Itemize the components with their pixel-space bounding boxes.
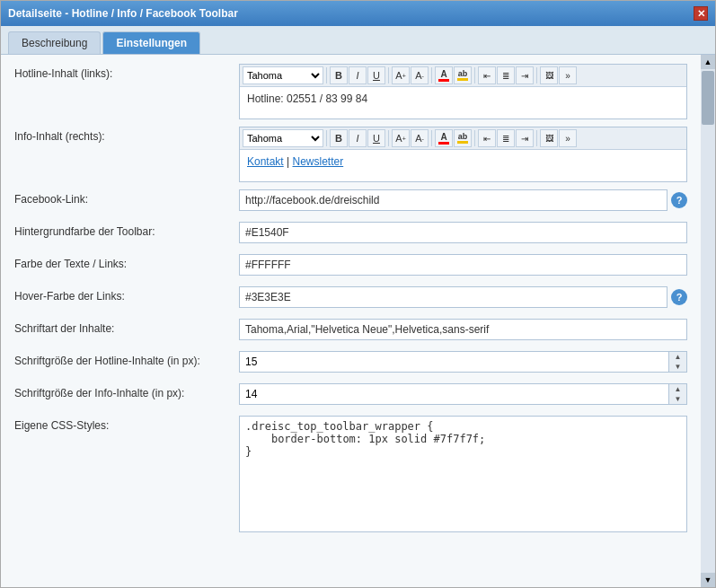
scrollbar-up-btn[interactable]: ▲ xyxy=(701,55,715,69)
info-size-row: Schriftgröße der Info-Inhalte (in px): ▲… xyxy=(14,383,687,408)
info-size-up-btn[interactable]: ▲ xyxy=(669,384,686,394)
info-toolbar-sep-4 xyxy=(474,130,475,146)
info-label: Info-Inhalt (rechts): xyxy=(14,127,239,143)
info-editor-wrap: Tahoma B I U A+ A- A xyxy=(239,127,687,182)
info-more-btn[interactable]: » xyxy=(559,129,577,147)
info-link-newsletter[interactable]: Newsletter xyxy=(293,155,344,168)
info-align-right-btn[interactable]: ⇥ xyxy=(516,129,534,147)
bg-color-label: Hintergrundfarbe der Toolbar: xyxy=(14,222,239,238)
hotline-font-smaller-btn[interactable]: A- xyxy=(411,66,429,84)
info-size-input[interactable] xyxy=(239,383,669,405)
info-underline-btn[interactable]: U xyxy=(367,129,385,147)
hotline-highlight-btn[interactable]: ab xyxy=(454,66,472,84)
bg-color-input[interactable] xyxy=(239,222,687,243)
info-size-spinner-btns: ▲ ▼ xyxy=(669,383,687,405)
facebook-label: Facebook-Link: xyxy=(14,189,239,206)
toolbar-sep-1 xyxy=(326,67,327,83)
tab-bar: Beschreibung Einstellungen xyxy=(1,26,715,55)
info-font-select[interactable]: Tahoma xyxy=(243,129,323,147)
hotline-more-btn[interactable]: » xyxy=(559,66,577,84)
info-align-left-btn[interactable]: ⇤ xyxy=(478,129,496,147)
hotline-font-select[interactable]: Tahoma xyxy=(243,66,323,84)
hotline-bold-btn[interactable]: B xyxy=(330,66,348,84)
tab-beschreibung[interactable]: Beschreibung xyxy=(8,31,101,54)
info-highlight-btn[interactable]: ab xyxy=(454,129,472,147)
info-content[interactable]: Kontakt | Newsletter xyxy=(240,150,686,181)
font-family-input[interactable] xyxy=(239,319,687,340)
toolbar-sep-5 xyxy=(536,67,537,83)
hotline-italic-btn[interactable]: I xyxy=(349,66,367,84)
css-label: Eigene CSS-Styles: xyxy=(14,416,239,432)
info-size-control: ▲ ▼ xyxy=(239,383,687,405)
hotline-align-center-btn[interactable]: ≣ xyxy=(497,66,515,84)
info-toolbar-sep-3 xyxy=(431,130,432,146)
info-toolbar-sep-1 xyxy=(326,130,327,146)
info-size-down-btn[interactable]: ▼ xyxy=(669,394,686,404)
facebook-input[interactable] xyxy=(239,189,667,211)
hotline-row: Hotline-Inhalt (links): Tahoma B I U xyxy=(14,64,687,119)
facebook-row: Facebook-Link: ? xyxy=(14,189,687,215)
hotline-underline-btn[interactable]: U xyxy=(367,66,385,84)
font-family-control xyxy=(239,319,687,340)
css-control: .dreisc_top_toolbar_wrapper { border-bot… xyxy=(239,416,687,532)
text-color-row: Farbe der Texte / Links: xyxy=(14,254,687,279)
hotline-size-down-btn[interactable]: ▼ xyxy=(669,362,686,372)
hotline-editor-wrap: Tahoma B I U A+ A- A xyxy=(239,64,687,119)
facebook-control: ? xyxy=(239,189,687,211)
hotline-align-left-btn[interactable]: ⇤ xyxy=(478,66,496,84)
info-editor: Tahoma B I U A+ A- A xyxy=(239,127,687,182)
text-color-input[interactable] xyxy=(239,254,687,276)
toolbar-sep-4 xyxy=(474,67,475,83)
facebook-help-icon[interactable]: ? xyxy=(671,192,687,208)
info-toolbar-sep-2 xyxy=(388,130,389,146)
hotline-editor: Tahoma B I U A+ A- A xyxy=(239,64,687,119)
info-link-kontakt[interactable]: Kontakt xyxy=(247,155,284,168)
hotline-size-up-btn[interactable]: ▲ xyxy=(669,352,686,362)
hotline-label: Hotline-Inhalt (links): xyxy=(14,64,239,80)
info-font-bigger-btn[interactable]: A+ xyxy=(392,129,410,147)
info-color-btn[interactable]: A xyxy=(435,129,453,147)
hotline-size-label: Schriftgröße der Hotline-Inhalte (in px)… xyxy=(14,351,239,367)
hotline-size-input[interactable] xyxy=(239,351,669,373)
info-row: Info-Inhalt (rechts): Tahoma B I U xyxy=(14,127,687,182)
info-italic-btn[interactable]: I xyxy=(349,129,367,147)
info-toolbar: Tahoma B I U A+ A- A xyxy=(240,127,686,150)
tab-einstellungen[interactable]: Einstellungen xyxy=(102,31,200,54)
info-toolbar-sep-5 xyxy=(536,130,537,146)
info-align-center-btn[interactable]: ≣ xyxy=(497,129,515,147)
main-panel: Hotline-Inhalt (links): Tahoma B I U xyxy=(1,55,701,587)
bg-color-row: Hintergrundfarbe der Toolbar: xyxy=(14,222,687,247)
hover-color-control: ? xyxy=(239,286,687,308)
toolbar-sep-2 xyxy=(388,67,389,83)
font-family-label: Schriftart der Inhalte: xyxy=(14,319,239,335)
hover-color-help-icon[interactable]: ? xyxy=(671,289,687,305)
scrollbar-down-btn[interactable]: ▼ xyxy=(701,573,715,587)
hotline-align-right-btn[interactable]: ⇥ xyxy=(516,66,534,84)
hotline-font-bigger-btn[interactable]: A+ xyxy=(392,66,410,84)
text-color-control xyxy=(239,254,687,276)
hotline-image-btn[interactable]: 🖼 xyxy=(540,66,558,84)
info-bold-btn[interactable]: B xyxy=(330,129,348,147)
info-image-btn[interactable]: 🖼 xyxy=(540,129,558,147)
bg-color-control xyxy=(239,222,687,243)
css-textarea[interactable]: .dreisc_top_toolbar_wrapper { border-bot… xyxy=(239,416,687,532)
info-font-smaller-btn[interactable]: A- xyxy=(411,129,429,147)
hotline-size-spinner-btns: ▲ ▼ xyxy=(669,351,687,373)
toolbar-sep-3 xyxy=(431,67,432,83)
hover-color-row: Hover-Farbe der Links: ? xyxy=(14,286,687,312)
scrollbar-thumb[interactable] xyxy=(702,71,714,125)
hotline-size-spinner: ▲ ▼ xyxy=(239,351,687,373)
window-title: Detailseite - Hotline / Info / Facebook … xyxy=(8,7,238,20)
info-size-spinner: ▲ ▼ xyxy=(239,383,687,405)
info-size-label: Schriftgröße der Info-Inhalte (in px): xyxy=(14,383,239,399)
hover-color-label: Hover-Farbe der Links: xyxy=(14,286,239,303)
text-color-label: Farbe der Texte / Links: xyxy=(14,254,239,270)
main-window: Detailseite - Hotline / Info / Facebook … xyxy=(0,0,716,588)
css-row: Eigene CSS-Styles: .dreisc_top_toolbar_w… xyxy=(14,416,687,532)
hotline-color-btn[interactable]: A xyxy=(435,66,453,84)
hotline-content[interactable]: Hotline: 02551 / 83 99 84 xyxy=(240,87,686,118)
hotline-toolbar: Tahoma B I U A+ A- A xyxy=(240,65,686,87)
hover-color-input[interactable] xyxy=(239,286,667,308)
title-bar: Detailseite - Hotline / Info / Facebook … xyxy=(1,1,715,26)
close-button[interactable]: ✕ xyxy=(694,6,708,21)
